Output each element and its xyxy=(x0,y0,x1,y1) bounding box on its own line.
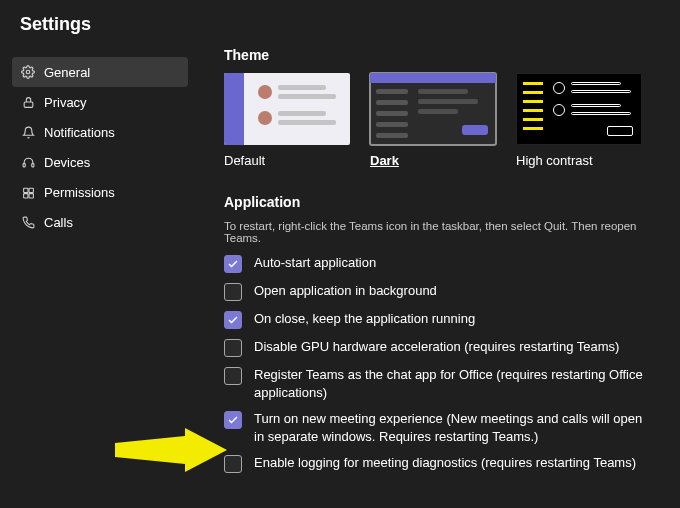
headset-icon xyxy=(20,154,36,170)
theme-options: Default Dark High contrast xyxy=(224,73,672,168)
theme-label: Dark xyxy=(370,153,496,168)
svg-rect-3 xyxy=(31,163,33,166)
sidebar-item-label: Calls xyxy=(44,215,73,230)
sidebar-item-label: Devices xyxy=(44,155,90,170)
option-label: Auto-start application xyxy=(254,254,376,272)
sidebar-item-label: General xyxy=(44,65,90,80)
sidebar-item-permissions[interactable]: Permissions xyxy=(12,177,188,207)
checkbox[interactable] xyxy=(224,367,242,385)
option-open-background[interactable]: Open application in background xyxy=(224,282,672,301)
sidebar-item-notifications[interactable]: Notifications xyxy=(12,117,188,147)
option-label: On close, keep the application running xyxy=(254,310,475,328)
bell-icon xyxy=(20,124,36,140)
svg-rect-4 xyxy=(23,188,27,192)
checkbox[interactable] xyxy=(224,455,242,473)
checkbox[interactable] xyxy=(224,255,242,273)
application-hint: To restart, right-click the Teams icon i… xyxy=(224,220,672,244)
option-label: Disable GPU hardware acceleration (requi… xyxy=(254,338,619,356)
checkbox[interactable] xyxy=(224,283,242,301)
theme-option-high-contrast[interactable]: High contrast xyxy=(516,73,642,168)
sidebar-item-label: Notifications xyxy=(44,125,115,140)
theme-preview-default xyxy=(224,73,350,145)
gear-icon xyxy=(20,64,36,80)
option-label: Open application in background xyxy=(254,282,437,300)
sidebar-item-devices[interactable]: Devices xyxy=(12,147,188,177)
theme-preview-high-contrast xyxy=(516,73,642,145)
theme-label: Default xyxy=(224,153,350,168)
option-new-meeting-experience[interactable]: Turn on new meeting experience (New meet… xyxy=(224,410,672,445)
svg-rect-2 xyxy=(23,163,25,166)
application-options: Auto-start application Open application … xyxy=(224,254,672,473)
application-heading: Application xyxy=(224,194,672,210)
svg-rect-7 xyxy=(29,193,33,197)
page-title: Settings xyxy=(0,0,680,35)
option-register-chat-app[interactable]: Register Teams as the chat app for Offic… xyxy=(224,366,672,401)
settings-main: Theme Default Dark xyxy=(188,35,680,473)
option-auto-start[interactable]: Auto-start application xyxy=(224,254,672,273)
option-label: Register Teams as the chat app for Offic… xyxy=(254,366,654,401)
theme-option-dark[interactable]: Dark xyxy=(370,73,496,168)
option-label: Enable logging for meeting diagnostics (… xyxy=(254,454,636,472)
settings-sidebar: General Privacy Notifications Devices Pe… xyxy=(12,57,188,473)
sidebar-item-label: Permissions xyxy=(44,185,115,200)
lock-icon xyxy=(20,94,36,110)
theme-label: High contrast xyxy=(516,153,642,168)
theme-preview-dark xyxy=(370,73,496,145)
checkbox[interactable] xyxy=(224,311,242,329)
sidebar-item-label: Privacy xyxy=(44,95,87,110)
checkbox[interactable] xyxy=(224,411,242,429)
checkbox[interactable] xyxy=(224,339,242,357)
svg-rect-1 xyxy=(24,101,33,106)
sidebar-item-calls[interactable]: Calls xyxy=(12,207,188,237)
option-enable-logging[interactable]: Enable logging for meeting diagnostics (… xyxy=(224,454,672,473)
svg-rect-6 xyxy=(23,193,27,197)
phone-icon xyxy=(20,214,36,230)
sidebar-item-general[interactable]: General xyxy=(12,57,188,87)
theme-heading: Theme xyxy=(224,47,672,63)
sidebar-item-privacy[interactable]: Privacy xyxy=(12,87,188,117)
svg-rect-5 xyxy=(29,188,33,192)
option-disable-gpu[interactable]: Disable GPU hardware acceleration (requi… xyxy=(224,338,672,357)
permissions-icon xyxy=(20,184,36,200)
svg-point-0 xyxy=(26,70,30,74)
option-on-close[interactable]: On close, keep the application running xyxy=(224,310,672,329)
theme-option-default[interactable]: Default xyxy=(224,73,350,168)
option-label: Turn on new meeting experience (New meet… xyxy=(254,410,654,445)
